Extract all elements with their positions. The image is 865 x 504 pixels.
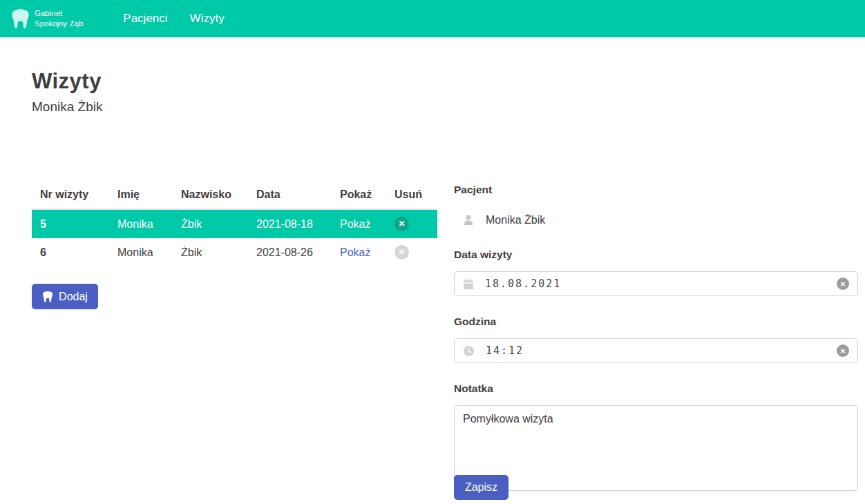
visit-time-input-box[interactable]: ✕ [454,338,858,363]
header-nr-wizyty: Nr wizyty [32,181,109,209]
note-label: Notatka [454,382,858,395]
cell-nazwisko: Żbik [173,209,248,238]
brand-text: Gabinet Spokojny Ząb [35,8,83,29]
table-header-row: Nr wizyty Imię Nazwisko Data Pokaż Usuń [32,181,437,209]
delete-visit-button[interactable]: ✕ [395,245,409,260]
header-imie: Imię [109,181,173,209]
visit-form: Pacjent Monika Żbik Data wizyty ✕ Godzin… [454,184,858,494]
page-subtitle: Monika Żbik [32,99,102,115]
clear-date-button[interactable]: ✕ [837,278,849,290]
brand-logo[interactable]: Gabinet Spokojny Ząb [11,8,83,30]
cell-nazwisko: Żbik [173,238,248,266]
header-data: Data [248,181,332,209]
header-nazwisko: Nazwisko [173,181,248,209]
calendar-icon [463,278,474,290]
visit-date-label: Data wizyty [454,249,858,261]
header-pokaz: Pokaż [332,181,386,209]
brand-line1: Gabinet [35,8,83,19]
header-usun: Usuń [386,181,437,209]
clock-icon [463,345,475,357]
brand-line2: Spokojny Ząb [35,19,83,29]
patient-display: Monika Żbik [462,211,858,229]
cell-data: 2021-08-18 [248,209,332,238]
patient-label: Pacjent [454,184,858,196]
save-button-label: Zapisz [465,481,497,494]
table-row-visit-6[interactable]: 6 Monika Żbik 2021-08-26 Pokaż ✕ [32,238,437,266]
top-navbar: Gabinet Spokojny Ząb Pacjenci Wizyty [0,0,865,37]
clear-time-button[interactable]: ✕ [837,345,849,357]
visit-time-input[interactable] [486,345,826,357]
cell-imie: Monika [109,209,173,238]
add-button-label: Dodaj [59,291,88,303]
note-textarea[interactable]: Pomyłkowa wizyta [454,405,858,491]
visit-time-label: Godzina [454,316,858,328]
save-button[interactable]: Zapisz [454,475,508,500]
tooth-icon [42,291,53,303]
delete-visit-button[interactable]: ✕ [395,217,409,231]
cell-nr: 5 [32,209,109,238]
visits-table: Nr wizyty Imię Nazwisko Data Pokaż Usuń … [32,181,437,266]
visit-date-input[interactable] [485,278,826,290]
cell-nr: 6 [32,238,109,266]
page-header: Wizyty Monika Żbik [32,69,102,115]
tooth-icon [11,8,30,30]
visit-date-input-box[interactable]: ✕ [454,271,858,296]
person-icon [462,214,475,227]
nav-links: Pacjenci Wizyty [123,12,224,26]
nav-item-wizyty[interactable]: Wizyty [190,12,225,26]
nav-item-pacjenci[interactable]: Pacjenci [123,12,167,26]
patient-name: Monika Żbik [486,214,545,226]
show-visit-link[interactable]: Pokaż [340,218,370,230]
show-visit-link[interactable]: Pokaż [340,246,370,258]
cell-imie: Monika [109,238,173,266]
add-visit-button[interactable]: Dodaj [32,284,98,309]
page-title: Wizyty [32,69,102,94]
table-row-visit-5[interactable]: 5 Monika Żbik 2021-08-18 Pokaż ✕ [32,209,437,238]
cell-data: 2021-08-26 [248,238,332,266]
